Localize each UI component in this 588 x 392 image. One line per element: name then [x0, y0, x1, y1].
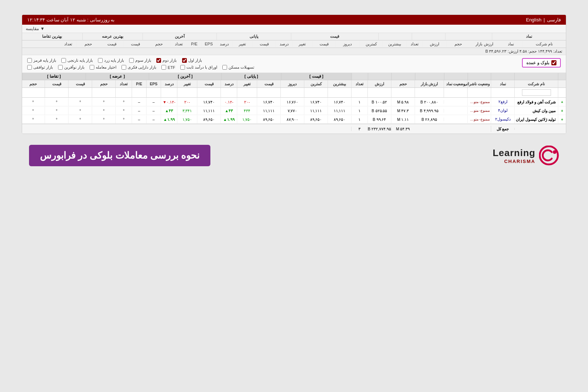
th-eps2: EPS	[146, 80, 161, 87]
group-payani: پایانی	[217, 33, 291, 40]
section-payani: [ پایانی ]	[221, 73, 281, 80]
row3-ovol: °	[92, 115, 115, 123]
row2-oprice: °	[68, 107, 92, 115]
th-offer-vol: حجم	[147, 41, 170, 48]
row2-vol: ۴۷.۳ M	[391, 107, 415, 115]
total-row: جمع کل ۵۴.۳۹ M ۲۳۲,۷۷۴.۹۵ B ۳	[22, 124, 566, 134]
filter-bazar-yellow[interactable]: بازار پایه زرد	[98, 58, 124, 63]
filter-intellectual[interactable]: بازار داراِیی فکری	[122, 65, 156, 70]
search-pe-cell	[132, 88, 146, 97]
stats-text: تعداد: ۱۴۴,۴۹۹ حجم: ۴.۵۸ ارزش: ۳۴,۵۹۶.۲۳…	[485, 49, 562, 53]
th-market-val: ارزش بازار	[470, 41, 499, 48]
search-dprice-cell	[45, 88, 68, 97]
filter-maskan[interactable]: تسهیلات مسکن	[222, 65, 254, 70]
row1-eps: –	[146, 98, 161, 106]
row3-dvol: °	[22, 115, 45, 123]
filter-bazar-red[interactable]: بازار پایه قرمز	[27, 58, 56, 63]
row2-count: ۱	[351, 107, 367, 115]
filter-options[interactable]: اختیار معامله	[90, 65, 116, 70]
row2-value: ۵۲۵.۵۵ B	[367, 107, 391, 115]
col-headers-bottom: نام شرکت نماد ارزش بازار حجم ارزش تعداد …	[22, 41, 566, 48]
row3-min: ۸۹,۶۵۰	[304, 115, 328, 123]
top-bar-lang-section: فارسی | English	[526, 17, 561, 23]
search-fchange-cell	[237, 88, 257, 97]
row1-plus[interactable]: +	[558, 98, 566, 106]
company-search-input[interactable]	[522, 89, 551, 96]
section-akharin: [ آخرین ]	[149, 73, 221, 80]
row1-fpct: -۰.۱۲	[221, 98, 237, 106]
row2-dvol: °	[22, 107, 45, 115]
filter-noafarin[interactable]: بازار نوآفرین	[58, 65, 85, 70]
th-demand-price: قیمت	[100, 41, 123, 48]
row3-lchange: ۱,۷۵۰	[177, 115, 197, 123]
lang-fa[interactable]: فارسی	[547, 17, 561, 23]
th-demand-vol: حجم	[76, 41, 100, 48]
th-count2: تعداد	[351, 80, 367, 87]
total-label: جمع کل	[491, 126, 514, 132]
th-namad-status: وضعیت نماد	[444, 80, 467, 87]
row3-company: تولید ژلاتین کپسول ایران	[514, 115, 558, 123]
th-pe2: P/E	[132, 80, 146, 87]
row1-oprice: °	[68, 98, 92, 106]
lang-en[interactable]: English	[526, 17, 542, 23]
filter-bazar1[interactable]: بازار اول	[182, 58, 202, 63]
datetime-label: به روزرسانی : شنبه ۱۲ آبان ساعت ۱۲:۱۴:۳۴	[27, 17, 115, 23]
search-ovol-cell	[92, 88, 115, 97]
row3-mktval: ۲۶,۸۹۵ B	[415, 115, 444, 123]
group-akharin: آخرین	[143, 33, 217, 40]
th-count: تعداد	[406, 41, 423, 48]
row3-max: ۸۹,۶۵۰	[328, 115, 351, 123]
row1-ocount: °	[115, 98, 132, 106]
row3-value: ۹۹.۶۴ B	[367, 115, 391, 123]
row2-symbol[interactable]: لوان۴	[491, 106, 514, 115]
search-company-cell[interactable]	[514, 88, 558, 97]
th-final-price: قیمت	[312, 41, 336, 48]
search-oprice-cell	[68, 88, 92, 97]
search-fpct-cell	[221, 88, 237, 97]
search-yesterday-cell	[280, 88, 304, 97]
row1-fchange: -۲۰	[237, 98, 257, 106]
filter-fixed[interactable]: اوراق با درآمد ثابت	[180, 65, 217, 70]
col-headers-top: نماد قیمت پایانی آخرین بهترین عرضه بهتری…	[22, 33, 566, 41]
search-lprice-cell	[197, 88, 221, 97]
page-wrapper: فارسی | English به روزرسانی : شنبه ۱۲ آب…	[0, 0, 588, 392]
filter-tavafoghi[interactable]: بازار توافقی	[27, 65, 53, 70]
search-value-cell	[367, 88, 391, 97]
th-last-change2: تغییر	[177, 80, 197, 87]
search-eps-cell	[146, 88, 161, 97]
row3-dprice: °	[45, 115, 68, 123]
row1-symbol[interactable]: ارفع۲	[491, 98, 514, 106]
section-taqaza: [ تقاضا ]	[22, 73, 86, 80]
th-last-price2: قیمت	[197, 80, 221, 87]
search-dvol-cell	[22, 88, 45, 97]
filter-bazar2[interactable]: بازار دوم	[156, 58, 177, 63]
row3-lprice: ۸۹,۶۵۰	[197, 115, 221, 123]
row3-oprice: °	[68, 115, 92, 123]
row2-lchange: ۳,۳۴۱	[177, 107, 197, 115]
table-row: + مبین وان کیش لوان۴ ممنوع- متوقف ۴,۹۹۹.…	[22, 106, 566, 115]
filter-bazar-orange[interactable]: بازار پایه نارنجی	[61, 58, 93, 63]
row3-fchange: ۱,۷۵۰	[237, 115, 257, 123]
row3-plus[interactable]: +	[558, 115, 566, 123]
row1-yesterday: ۱۶,۷۶۰	[280, 98, 304, 106]
search-symbol-cell	[491, 88, 514, 97]
section-plus-header	[558, 73, 566, 80]
filter-row-2: تسهیلات مسکن اوراق با درآمد ثابت ETF	[27, 65, 254, 70]
row3-symbol[interactable]: دکپسول۲	[491, 115, 514, 123]
bulk-checkbox[interactable]	[551, 60, 556, 65]
filter-bazar3[interactable]: بازار سوم	[129, 58, 151, 63]
th-last-pct2: درصد	[161, 80, 177, 87]
row2-plus[interactable]: +	[558, 107, 566, 115]
row3-fprice: ۸۹,۶۵۰	[257, 115, 280, 123]
moghayese-label[interactable]: مقایسه	[26, 26, 39, 31]
th-final-pct2: درصد	[221, 80, 237, 87]
th-final-change2: تغییر	[237, 80, 257, 87]
bulk-checkbox-wrapper[interactable]: بلوک و عمده	[522, 58, 561, 68]
row1-vol: ۵.۹۸ M	[391, 98, 415, 106]
row2-pe: –	[132, 107, 146, 115]
row1-dprice: °	[45, 98, 68, 106]
row1-waz: ممنوع- متوقف	[467, 98, 491, 106]
row1-lprice: ۱۶,۷۴۰	[197, 98, 221, 106]
row2-yesterday: ۷,۷۷۰	[280, 107, 304, 115]
filter-etf[interactable]: ETF	[161, 65, 175, 70]
